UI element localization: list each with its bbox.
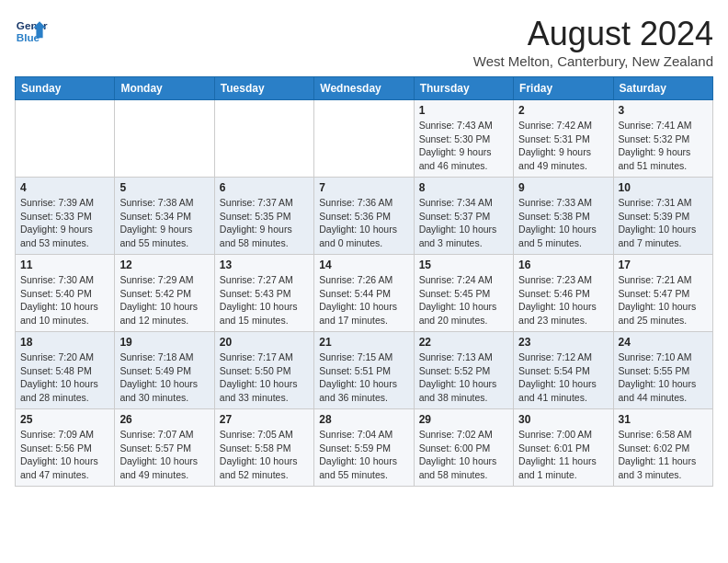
calendar-cell: 3Sunrise: 7:41 AM Sunset: 5:32 PM Daylig…	[613, 100, 712, 178]
calendar-cell: 10Sunrise: 7:31 AM Sunset: 5:39 PM Dayli…	[613, 178, 712, 255]
calendar-cell: 20Sunrise: 7:17 AM Sunset: 5:50 PM Dayli…	[214, 332, 313, 409]
day-number: 14	[319, 259, 408, 271]
day-info: Sunrise: 7:38 AM Sunset: 5:34 PM Dayligh…	[119, 196, 209, 250]
day-number: 13	[220, 259, 309, 271]
day-number: 21	[319, 336, 408, 349]
day-number: 25	[20, 413, 109, 426]
page-header: General Blue August 2024 West Melton, Ca…	[15, 15, 713, 69]
day-info: Sunrise: 7:13 AM Sunset: 5:52 PM Dayligh…	[419, 350, 508, 405]
day-info: Sunrise: 7:09 AM Sunset: 5:56 PM Dayligh…	[20, 428, 109, 482]
day-number: 20	[220, 336, 309, 349]
day-number: 6	[220, 181, 309, 194]
day-info: Sunrise: 7:39 AM Sunset: 5:33 PM Dayligh…	[20, 196, 109, 250]
day-info: Sunrise: 7:21 AM Sunset: 5:47 PM Dayligh…	[619, 273, 708, 327]
calendar-cell: 27Sunrise: 7:05 AM Sunset: 5:58 PM Dayli…	[214, 409, 313, 487]
calendar-day-header: Tuesday	[214, 77, 313, 100]
calendar-cell	[115, 100, 214, 178]
day-number: 28	[319, 413, 408, 426]
calendar-cell: 28Sunrise: 7:04 AM Sunset: 5:59 PM Dayli…	[314, 409, 414, 487]
day-number: 30	[518, 413, 608, 426]
day-number: 1	[419, 104, 508, 117]
day-info: Sunrise: 7:23 AM Sunset: 5:46 PM Dayligh…	[518, 273, 608, 327]
day-info: Sunrise: 7:12 AM Sunset: 5:54 PM Dayligh…	[518, 350, 608, 405]
calendar-cell: 25Sunrise: 7:09 AM Sunset: 5:56 PM Dayli…	[16, 409, 115, 487]
calendar-cell: 12Sunrise: 7:29 AM Sunset: 5:42 PM Dayli…	[115, 255, 214, 332]
day-info: Sunrise: 7:41 AM Sunset: 5:32 PM Dayligh…	[619, 119, 708, 173]
day-number: 27	[220, 413, 309, 426]
day-info: Sunrise: 7:33 AM Sunset: 5:38 PM Dayligh…	[518, 196, 608, 250]
calendar-day-header: Friday	[514, 77, 613, 100]
calendar-cell: 13Sunrise: 7:27 AM Sunset: 5:43 PM Dayli…	[214, 255, 313, 332]
logo: General Blue	[15, 15, 48, 48]
calendar-day-header: Saturday	[613, 77, 712, 100]
calendar-cell	[314, 100, 414, 178]
calendar-cell: 2Sunrise: 7:42 AM Sunset: 5:31 PM Daylig…	[514, 100, 613, 178]
calendar-table: SundayMondayTuesdayWednesdayThursdayFrid…	[15, 76, 713, 487]
calendar-cell	[214, 100, 313, 178]
day-info: Sunrise: 7:15 AM Sunset: 5:51 PM Dayligh…	[319, 350, 408, 405]
day-info: Sunrise: 7:26 AM Sunset: 5:44 PM Dayligh…	[319, 273, 408, 327]
day-number: 16	[518, 259, 608, 271]
calendar-day-header: Wednesday	[314, 77, 414, 100]
calendar-cell: 21Sunrise: 7:15 AM Sunset: 5:51 PM Dayli…	[314, 332, 414, 409]
day-number: 2	[518, 104, 608, 117]
day-info: Sunrise: 7:43 AM Sunset: 5:30 PM Dayligh…	[419, 119, 508, 173]
calendar-header-row: SundayMondayTuesdayWednesdayThursdayFrid…	[16, 77, 713, 100]
calendar-cell	[16, 100, 115, 178]
calendar-cell: 22Sunrise: 7:13 AM Sunset: 5:52 PM Dayli…	[414, 332, 513, 409]
calendar-cell: 8Sunrise: 7:34 AM Sunset: 5:37 PM Daylig…	[414, 178, 513, 255]
calendar-week-row: 4Sunrise: 7:39 AM Sunset: 5:33 PM Daylig…	[16, 178, 713, 255]
day-number: 19	[119, 336, 209, 349]
day-number: 23	[518, 336, 608, 349]
calendar-cell: 1Sunrise: 7:43 AM Sunset: 5:30 PM Daylig…	[414, 100, 513, 178]
day-info: Sunrise: 7:27 AM Sunset: 5:43 PM Dayligh…	[220, 273, 309, 327]
day-info: Sunrise: 7:17 AM Sunset: 5:50 PM Dayligh…	[220, 350, 309, 405]
day-number: 31	[619, 413, 708, 426]
calendar-cell: 4Sunrise: 7:39 AM Sunset: 5:33 PM Daylig…	[16, 178, 115, 255]
day-number: 26	[119, 413, 209, 426]
day-info: Sunrise: 7:00 AM Sunset: 6:01 PM Dayligh…	[518, 428, 608, 482]
calendar-cell: 6Sunrise: 7:37 AM Sunset: 5:35 PM Daylig…	[214, 178, 313, 255]
day-info: Sunrise: 7:42 AM Sunset: 5:31 PM Dayligh…	[518, 119, 608, 173]
calendar-week-row: 1Sunrise: 7:43 AM Sunset: 5:30 PM Daylig…	[16, 100, 713, 178]
day-info: Sunrise: 6:58 AM Sunset: 6:02 PM Dayligh…	[619, 428, 708, 482]
day-info: Sunrise: 7:30 AM Sunset: 5:40 PM Dayligh…	[20, 273, 109, 327]
day-number: 29	[419, 413, 508, 426]
day-number: 9	[518, 181, 608, 194]
day-number: 5	[119, 181, 209, 194]
day-number: 18	[20, 336, 109, 349]
day-number: 3	[619, 104, 708, 117]
calendar-cell: 29Sunrise: 7:02 AM Sunset: 6:00 PM Dayli…	[414, 409, 513, 487]
day-info: Sunrise: 7:05 AM Sunset: 5:58 PM Dayligh…	[220, 428, 309, 482]
calendar-week-row: 18Sunrise: 7:20 AM Sunset: 5:48 PM Dayli…	[16, 332, 713, 409]
title-block: August 2024 West Melton, Canterbury, New…	[473, 15, 713, 69]
day-info: Sunrise: 7:24 AM Sunset: 5:45 PM Dayligh…	[419, 273, 508, 327]
calendar-cell: 26Sunrise: 7:07 AM Sunset: 5:57 PM Dayli…	[115, 409, 214, 487]
day-number: 8	[419, 181, 508, 194]
calendar-cell: 30Sunrise: 7:00 AM Sunset: 6:01 PM Dayli…	[514, 409, 613, 487]
calendar-cell: 17Sunrise: 7:21 AM Sunset: 5:47 PM Dayli…	[613, 255, 712, 332]
day-info: Sunrise: 7:02 AM Sunset: 6:00 PM Dayligh…	[419, 428, 508, 482]
day-info: Sunrise: 7:36 AM Sunset: 5:36 PM Dayligh…	[319, 196, 408, 250]
calendar-day-header: Sunday	[16, 77, 115, 100]
calendar-cell: 24Sunrise: 7:10 AM Sunset: 5:55 PM Dayli…	[613, 332, 712, 409]
calendar-cell: 14Sunrise: 7:26 AM Sunset: 5:44 PM Dayli…	[314, 255, 414, 332]
day-number: 11	[20, 259, 109, 271]
calendar-cell: 11Sunrise: 7:30 AM Sunset: 5:40 PM Dayli…	[16, 255, 115, 332]
day-number: 4	[20, 181, 109, 194]
day-info: Sunrise: 7:07 AM Sunset: 5:57 PM Dayligh…	[119, 428, 209, 482]
day-number: 10	[619, 181, 708, 194]
calendar-cell: 31Sunrise: 6:58 AM Sunset: 6:02 PM Dayli…	[613, 409, 712, 487]
calendar-cell: 7Sunrise: 7:36 AM Sunset: 5:36 PM Daylig…	[314, 178, 414, 255]
day-info: Sunrise: 7:04 AM Sunset: 5:59 PM Dayligh…	[319, 428, 408, 482]
day-number: 7	[319, 181, 408, 194]
page-title: August 2024	[473, 15, 713, 53]
day-info: Sunrise: 7:37 AM Sunset: 5:35 PM Dayligh…	[220, 196, 309, 250]
day-number: 12	[119, 259, 209, 271]
day-number: 15	[419, 259, 508, 271]
calendar-cell: 9Sunrise: 7:33 AM Sunset: 5:38 PM Daylig…	[514, 178, 613, 255]
calendar-cell: 16Sunrise: 7:23 AM Sunset: 5:46 PM Dayli…	[514, 255, 613, 332]
day-info: Sunrise: 7:29 AM Sunset: 5:42 PM Dayligh…	[119, 273, 209, 327]
calendar-week-row: 25Sunrise: 7:09 AM Sunset: 5:56 PM Dayli…	[16, 409, 713, 487]
calendar-cell: 23Sunrise: 7:12 AM Sunset: 5:54 PM Dayli…	[514, 332, 613, 409]
